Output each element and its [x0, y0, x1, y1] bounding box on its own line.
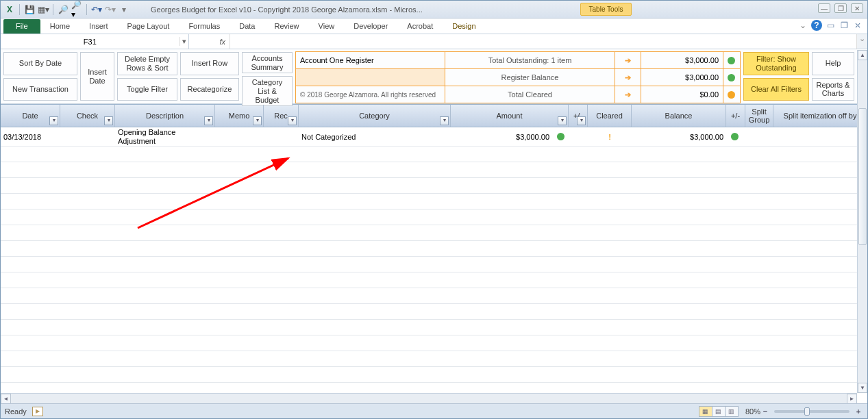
ribbon-more-icon[interactable]: ⌄	[797, 20, 808, 31]
tab-design[interactable]: Design	[443, 19, 485, 34]
clear-all-filters-button[interactable]: Clear All Filters	[743, 78, 809, 101]
cell-pm[interactable]	[569, 127, 588, 146]
cell-amount[interactable]: $3,000.00	[451, 127, 552, 146]
filter-icon[interactable]: ▾	[104, 116, 113, 125]
col-balance[interactable]: Balance	[632, 105, 726, 127]
col-description[interactable]: Description▾	[115, 105, 215, 127]
table-row[interactable]: 03/13/2018 Opening Balance Adjustment No…	[1, 127, 867, 147]
summary-account-label: Account One Register	[296, 52, 445, 68]
tab-home[interactable]: Home	[40, 19, 79, 34]
help-icon[interactable]: ?	[811, 20, 822, 31]
filter-icon[interactable]: ▾	[440, 116, 449, 125]
ribbon-close-icon[interactable]: ⤬	[852, 20, 863, 31]
data-grid[interactable]: 03/13/2018 Opening Balance Adjustment No…	[1, 127, 867, 388]
save-icon[interactable]: 💾	[23, 3, 36, 16]
filter-icon[interactable]: ▾	[49, 116, 58, 125]
accounts-summary-button[interactable]: Accounts Summary	[242, 52, 293, 73]
fx-button[interactable]: fx	[189, 34, 230, 49]
zoom-in-icon[interactable]: +	[854, 407, 863, 416]
name-box-dropdown-icon[interactable]: ▾	[179, 37, 188, 46]
recategorize-button[interactable]: Recategorize	[180, 78, 239, 101]
view-page-layout-icon[interactable]: ▤	[712, 406, 726, 417]
tab-formulas[interactable]: Formulas	[179, 19, 230, 34]
col-check[interactable]: Check▾	[60, 105, 115, 127]
col-plus-minus[interactable]: +/-▾	[569, 105, 588, 127]
delete-empty-rows-button[interactable]: Delete Empty Rows & Sort	[117, 52, 177, 75]
col-split-group[interactable]: Split Group	[745, 105, 773, 127]
tab-acrobat[interactable]: Acrobat	[397, 19, 443, 34]
col-split-itemization[interactable]: Split itemization off by	[773, 105, 867, 127]
scroll-up-icon[interactable]: ▲	[858, 50, 867, 60]
excel-icon[interactable]: X	[3, 3, 16, 16]
filter-icon[interactable]: ▾	[204, 116, 213, 125]
sort-by-date-button[interactable]: Sort By Date	[3, 52, 77, 75]
find-icon[interactable]: 🔎	[57, 3, 69, 16]
ribbon-max-icon[interactable]: ❐	[839, 20, 850, 31]
col-memo[interactable]: Memo▾	[215, 105, 264, 127]
zoom-thumb[interactable]	[804, 407, 810, 416]
filter-icon[interactable]: ▾	[577, 116, 586, 125]
find-dropdown-icon[interactable]: 🔎▾	[71, 3, 83, 16]
file-tab[interactable]: File	[3, 19, 40, 34]
table-tools-tab[interactable]: Table Tools	[580, 3, 632, 16]
cell-cleared[interactable]: !	[588, 127, 632, 146]
zoom-out-icon[interactable]: −	[760, 407, 770, 416]
cell-check[interactable]	[60, 127, 115, 146]
minimize-icon[interactable]: —	[818, 3, 830, 13]
col-amount[interactable]: Amount▾	[451, 105, 569, 127]
undo-icon[interactable]: ↶▾	[90, 3, 103, 16]
customize-qat-icon[interactable]: ▾	[118, 3, 130, 16]
filter-icon[interactable]: ▾	[288, 116, 297, 125]
cell-category[interactable]: Not Categorized	[299, 127, 451, 146]
tab-developer[interactable]: Developer	[344, 19, 397, 34]
tab-review[interactable]: Review	[264, 19, 308, 34]
close-icon[interactable]: ✕	[851, 3, 863, 13]
view-page-break-icon[interactable]: ▥	[725, 406, 739, 417]
filter-icon[interactable]: ▾	[558, 116, 567, 125]
cell-balance[interactable]: $3,000.00	[632, 127, 726, 146]
tab-insert[interactable]: Insert	[79, 19, 118, 34]
scroll-down-icon[interactable]: ▼	[858, 383, 867, 393]
horizontal-scrollbar[interactable]: ◄ ►	[1, 393, 857, 403]
scroll-left-icon[interactable]: ◄	[1, 394, 11, 404]
expand-formula-icon[interactable]: ⌄	[856, 34, 867, 49]
window-buttons: — ❐ ✕	[818, 3, 863, 13]
formula-input[interactable]	[230, 36, 856, 47]
name-box-input[interactable]	[1, 36, 179, 47]
zoom-level[interactable]: 80%	[745, 407, 760, 416]
cell-rec[interactable]	[264, 127, 299, 146]
insert-date-button[interactable]: Insert Date	[80, 52, 114, 101]
filter-show-outstanding-button[interactable]: Filter: Show Outstanding	[743, 52, 809, 75]
filter-icon[interactable]: ▾	[253, 116, 262, 125]
help-button[interactable]: Help	[812, 52, 854, 75]
col-plus-minus-2[interactable]: +/-	[726, 105, 745, 127]
macro-record-icon[interactable]: ▶	[32, 407, 43, 416]
scroll-right-icon[interactable]: ►	[847, 394, 857, 404]
scroll-thumb[interactable]	[858, 108, 867, 245]
reports-charts-button[interactable]: Reports & Charts	[812, 78, 854, 101]
name-box[interactable]: ▾	[1, 34, 189, 49]
col-date[interactable]: Date▾	[1, 105, 60, 127]
dropdown-icon[interactable]: ▦▾	[37, 3, 49, 16]
ribbon-min-icon[interactable]: ▭	[825, 20, 836, 31]
col-rec[interactable]: Rec▾	[264, 105, 299, 127]
toggle-filter-button[interactable]: Toggle Filter	[117, 78, 177, 101]
warning-icon: !	[608, 133, 611, 141]
summary-blank-cell[interactable]	[296, 69, 445, 86]
redo-icon[interactable]: ↷▾	[104, 3, 116, 16]
insert-row-button[interactable]: Insert Row	[180, 52, 239, 75]
category-list-button[interactable]: Category List & Budget	[242, 76, 293, 106]
col-cleared[interactable]: Cleared	[588, 105, 632, 127]
cell-description[interactable]: Opening Balance Adjustment	[115, 127, 215, 146]
vertical-scrollbar[interactable]: ▲ ▼	[857, 50, 867, 393]
tab-data[interactable]: Data	[230, 19, 264, 34]
restore-icon[interactable]: ❐	[834, 3, 847, 13]
tab-view[interactable]: View	[309, 19, 345, 34]
new-transaction-button[interactable]: New Transaction	[3, 78, 77, 101]
cell-date[interactable]: 03/13/2018	[1, 127, 60, 146]
view-normal-icon[interactable]: ▦	[699, 406, 712, 417]
zoom-slider[interactable]	[774, 410, 850, 413]
col-category[interactable]: Category▾	[299, 105, 451, 127]
cell-memo[interactable]	[215, 127, 264, 146]
tab-page-layout[interactable]: Page Layout	[118, 19, 179, 34]
